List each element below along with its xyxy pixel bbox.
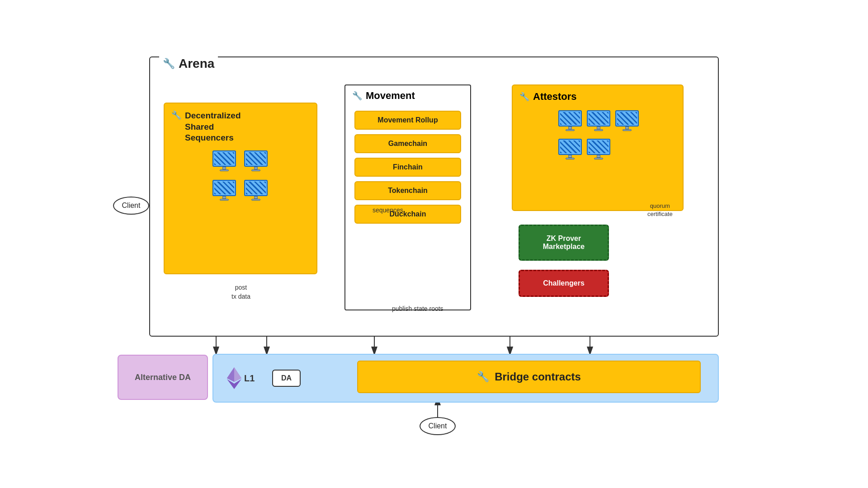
arena-title: Arena	[179, 56, 214, 71]
challengers-box: Challengers	[519, 270, 609, 297]
l1-label: L1	[244, 373, 255, 384]
movement-header: 🔧 Movement	[345, 85, 470, 106]
alt-da-box: Alternative DA	[118, 355, 208, 400]
chain-finchain: Finchain	[354, 158, 461, 177]
l1-group: L1	[227, 367, 255, 389]
zk-prover-label: ZK Prover Marketplace	[543, 235, 585, 251]
quorum-label: quorum certificate	[647, 202, 673, 218]
arena-box: 🔧 Arena 🔧 DecentralizedSharedSequencers	[149, 56, 719, 337]
movement-logo-icon: 🔧	[352, 91, 362, 101]
attestors-logo-icon: 🔧	[519, 92, 529, 102]
attestor-computer-4	[557, 139, 583, 161]
sequencers-box: 🔧 DecentralizedSharedSequencers	[164, 103, 317, 274]
attestor-computer-5	[585, 139, 612, 161]
computer-icon-1	[211, 150, 237, 173]
chain-movement-rollup: Movement Rollup	[354, 111, 461, 130]
computer-icon-4	[243, 180, 269, 202]
sequencers-header: 🔧 DecentralizedSharedSequencers	[165, 103, 316, 146]
chain-gamechain: Gamechain	[354, 134, 461, 153]
client-bottom-ellipse: Client	[420, 417, 456, 435]
da-label: DA	[272, 370, 301, 387]
da-small-box: DA	[272, 370, 301, 387]
attestor-computer-2	[585, 110, 612, 133]
computer-icon-2	[243, 150, 269, 173]
attestor-computer-1	[557, 110, 583, 133]
svg-marker-16	[234, 367, 241, 382]
client-left-ellipse: Client	[113, 197, 149, 215]
bridge-logo-icon: 🔧	[477, 371, 489, 383]
svg-marker-17	[227, 367, 234, 382]
sequencers-logo-icon: 🔧	[171, 110, 181, 120]
zk-prover-box: ZK Prover Marketplace	[519, 225, 609, 261]
arena-logo-icon: 🔧	[163, 58, 175, 70]
sequences-label: sequences	[373, 206, 403, 214]
publish-state-label: publish state roots	[392, 305, 443, 312]
attestors-title: Attestors	[533, 91, 577, 103]
client-left-label: Client	[122, 202, 141, 210]
chain-tokenchain: Tokenchain	[354, 181, 461, 200]
attestors-header: 🔧 Attestors	[513, 85, 683, 108]
arena-header: 🔧 Arena	[159, 56, 218, 71]
ethereum-icon	[227, 367, 241, 389]
computer-icon-3	[211, 180, 237, 202]
sequencers-title: DecentralizedSharedSequencers	[185, 110, 241, 144]
sequencers-computers	[165, 146, 316, 209]
bridge-contracts-box: 🔧 Bridge contracts	[357, 361, 701, 393]
movement-title: Movement	[366, 90, 415, 102]
chain-duckchain: Duckchain	[354, 205, 461, 224]
attestor-computer-3	[614, 110, 640, 133]
bridge-contracts-label: Bridge contracts	[495, 371, 581, 383]
attestors-box: 🔧 Attestors	[512, 84, 684, 211]
attestors-computers	[513, 108, 683, 166]
post-tx-label: post tx data	[231, 283, 250, 301]
alt-da-label: Alternative DA	[135, 373, 191, 382]
challengers-label: Challengers	[543, 279, 585, 287]
client-bottom-label: Client	[429, 422, 447, 430]
movement-box: 🔧 Movement Movement Rollup Gamechain Fin…	[344, 84, 471, 310]
